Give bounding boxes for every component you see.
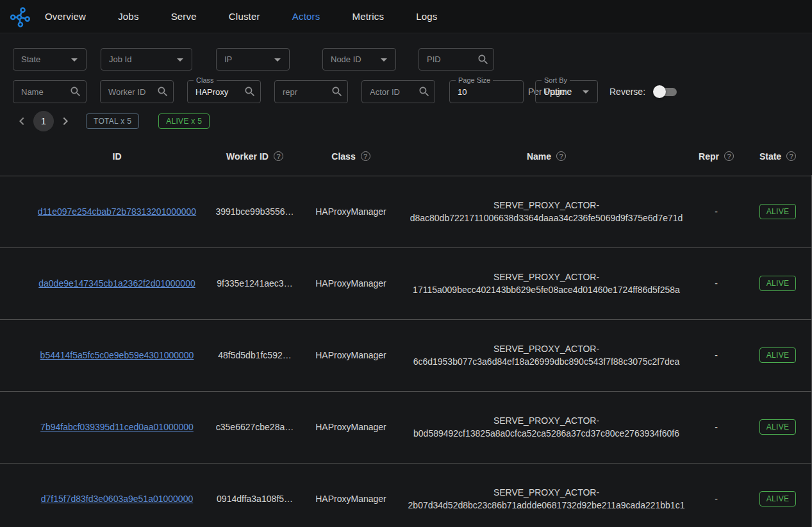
class-cell: HAProxyManager — [298, 176, 404, 247]
chevron-down-icon — [172, 52, 188, 67]
reverse-control: Reverse: — [609, 85, 679, 99]
worker-id-search-field — [100, 80, 174, 103]
nav-tab-logs[interactable]: Logs — [416, 11, 437, 22]
actor-id-link[interactable]: da0de9e147345cb1a2362f2d01000000 — [38, 278, 195, 289]
class-field-label: Class — [194, 76, 217, 85]
pid-search-field — [418, 48, 494, 71]
ray-logo-icon[interactable] — [8, 4, 32, 29]
pid-search-input[interactable] — [427, 54, 477, 64]
nav-tabs: Overview Jobs Serve Cluster Actors Metri… — [45, 11, 438, 22]
column-header-repr: Repr? — [689, 138, 743, 176]
actor-id-search-field — [361, 80, 435, 103]
toggle-knob — [653, 85, 666, 98]
class-search-field: Class — [187, 80, 261, 103]
job-id-filter-select[interactable]: Job Id — [101, 48, 192, 71]
column-header-class: Class? — [298, 138, 404, 176]
page-size-label: Page Size — [456, 76, 493, 85]
state-cell: ALIVE — [743, 463, 812, 527]
class-search-input[interactable] — [195, 87, 244, 97]
repr-search-input[interactable] — [283, 87, 331, 97]
total-count-chip: TOTAL x 5 — [86, 113, 139, 129]
page-number-button[interactable]: 1 — [33, 111, 54, 131]
state-cell: ALIVE — [743, 391, 812, 463]
search-icon — [244, 85, 256, 98]
column-header-name: Name? — [404, 138, 689, 176]
reverse-toggle[interactable] — [653, 85, 679, 99]
state-badge: ALIVE — [759, 419, 797, 435]
table-header-row: IDWorker ID?Class?Name?Repr?State? — [0, 138, 812, 176]
worker-id-cell: 48f5d5db1fc592… — [211, 319, 298, 391]
sort-by-select[interactable]: Sort By Uptime — [535, 80, 598, 103]
name-cell: SERVE_PROXY_ACTOR-d8ac80db7221711006638d… — [404, 176, 689, 247]
node-id-filter-select[interactable]: Node ID — [322, 48, 396, 71]
sort-by-label: Sort By — [542, 76, 570, 85]
state-filter-select[interactable]: State — [13, 48, 87, 71]
actors-table: IDWorker ID?Class?Name?Repr?State? d11e0… — [0, 138, 812, 527]
state-badge: ALIVE — [759, 204, 797, 219]
repr-cell: - — [689, 176, 743, 247]
worker-id-cell: c35e6627cbe28a… — [211, 391, 298, 463]
filter-row-1: State Job Id IP Node ID — [0, 48, 812, 71]
nav-tab-cluster[interactable]: Cluster — [229, 11, 260, 22]
name-search-input[interactable] — [21, 87, 69, 97]
state-filter-placeholder: State — [21, 54, 67, 64]
nav-tab-jobs[interactable]: Jobs — [118, 11, 139, 22]
table-row: da0de9e147345cb1a2362f2d010000009f335e12… — [0, 247, 812, 319]
name-cell: SERVE_PROXY_ACTOR-17115a009becc402143bb6… — [404, 247, 689, 319]
actor-id-link[interactable]: d11e097e254cbab72b78313201000000 — [38, 206, 196, 217]
name-search-field — [13, 80, 87, 103]
actor-id-link[interactable]: d7f15f7d83fd3e0603a9e51a01000000 — [41, 494, 193, 504]
chevron-down-icon — [270, 52, 285, 67]
worker-id-cell: 9f335e1241aec3… — [211, 247, 298, 319]
ip-filter-select[interactable]: IP — [216, 48, 290, 71]
top-nav: Overview Jobs Serve Cluster Actors Metri… — [0, 0, 812, 33]
worker-id-search-input[interactable] — [108, 87, 156, 97]
help-icon[interactable]: ? — [274, 151, 283, 161]
ip-filter-placeholder: IP — [224, 54, 270, 64]
search-icon — [331, 85, 344, 98]
column-label: Repr — [699, 151, 719, 162]
actor-id-link[interactable]: 7b94fabcf039395d11ced0aa01000000 — [40, 422, 194, 432]
repr-cell: - — [689, 319, 743, 391]
repr-cell: - — [689, 247, 743, 319]
nav-tab-actors[interactable]: Actors — [292, 11, 320, 22]
prev-page-button[interactable] — [13, 112, 31, 130]
state-badge: ALIVE — [759, 276, 797, 291]
state-cell: ALIVE — [743, 247, 812, 319]
search-icon — [418, 85, 431, 98]
page-size-field: Page Size Per Page — [449, 80, 524, 103]
column-label: State — [759, 151, 781, 162]
page-size-input[interactable] — [458, 87, 519, 97]
actor-id-search-input[interactable] — [370, 87, 418, 97]
nav-tab-overview[interactable]: Overview — [45, 11, 86, 22]
table-row: d7f15f7d83fd3e0603a9e51a010000000914dffa… — [0, 463, 812, 527]
table-row: b54414f5a5fc5c0e9eb59e430100000048f5d5db… — [0, 319, 812, 391]
class-cell: HAProxyManager — [298, 391, 404, 463]
nav-tab-serve[interactable]: Serve — [171, 11, 197, 22]
repr-cell: - — [689, 391, 743, 463]
state-badge: ALIVE — [759, 347, 797, 363]
worker-id-cell: 0914dffa3a108f5… — [211, 463, 298, 527]
next-page-button[interactable] — [56, 112, 74, 130]
column-label: Name — [527, 151, 551, 162]
reverse-label: Reverse: — [609, 87, 645, 97]
chevron-down-icon — [376, 52, 392, 67]
class-cell: HAProxyManager — [298, 247, 404, 319]
column-header-worker-id: Worker ID? — [211, 138, 298, 176]
help-icon[interactable]: ? — [786, 151, 796, 161]
alive-count-chip: ALIVE x 5 — [158, 113, 210, 129]
state-cell: ALIVE — [743, 319, 812, 391]
actor-id-link[interactable]: b54414f5a5fc5c0e9eb59e4301000000 — [40, 350, 194, 360]
help-icon[interactable]: ? — [556, 151, 566, 161]
nav-tab-metrics[interactable]: Metrics — [352, 11, 384, 22]
chevron-down-icon — [578, 84, 593, 99]
column-label: Class — [331, 151, 355, 162]
name-cell: SERVE_PROXY_ACTOR-6c6d1953b077c3a6d84ef1… — [404, 319, 689, 391]
repr-search-field — [274, 80, 348, 103]
help-icon[interactable]: ? — [361, 151, 370, 161]
pagination-row: 1 TOTAL x 5 ALIVE x 5 — [0, 110, 812, 133]
table-body: d11e097e254cbab72b783132010000003991bce9… — [0, 176, 812, 527]
worker-id-cell: 3991bce99b3556… — [211, 176, 298, 247]
help-icon[interactable]: ? — [724, 151, 734, 161]
search-icon — [69, 85, 82, 98]
